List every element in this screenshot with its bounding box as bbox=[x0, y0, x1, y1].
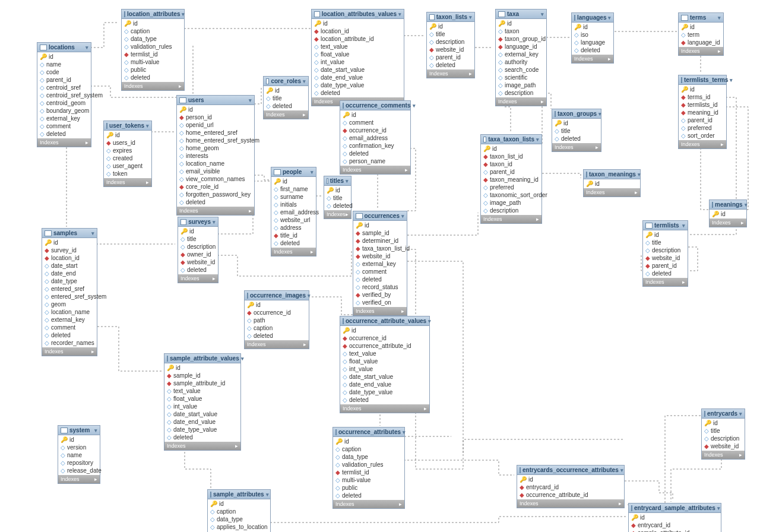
indexes-section[interactable]: Indexes▸ bbox=[324, 210, 351, 218]
indexes-section[interactable]: Indexes▸ bbox=[552, 143, 601, 151]
table-header[interactable]: surveys▾ bbox=[178, 217, 218, 227]
table-titles[interactable]: titles▾🔑id◇title◇deletedIndexes▸ bbox=[324, 176, 352, 219]
column-id[interactable]: 🔑id bbox=[555, 119, 598, 127]
column-deleted[interactable]: ◇deleted bbox=[314, 89, 401, 97]
column-id[interactable]: 🔑id bbox=[681, 23, 721, 31]
column-sort_order[interactable]: ◇sort_order bbox=[681, 132, 724, 140]
dropdown-icon[interactable]: ▾ bbox=[469, 14, 472, 20]
column-name[interactable]: ◇name bbox=[61, 451, 97, 459]
dropdown-icon[interactable]: ▾ bbox=[213, 219, 216, 225]
column-applies_to_location[interactable]: ◇applies_to_location bbox=[210, 523, 268, 531]
column-id[interactable]: 🔑id bbox=[520, 476, 622, 483]
column-id[interactable]: 🔑id bbox=[343, 327, 427, 334]
column-path[interactable]: ◇path bbox=[247, 316, 306, 324]
column-data_type[interactable]: ◇data_type bbox=[210, 515, 268, 523]
column-date_type_value[interactable]: ◇date_type_value bbox=[314, 81, 401, 89]
column-id[interactable]: 🔑id bbox=[586, 180, 638, 188]
column-external_key[interactable]: ◇external_key bbox=[45, 316, 94, 324]
column-title[interactable]: ◇title bbox=[266, 94, 306, 102]
table-samples[interactable]: samples▾🔑id◆survey_id◆location_id◇date_s… bbox=[42, 228, 97, 356]
column-image_path[interactable]: ◇image_path bbox=[483, 199, 539, 207]
column-entered_sref[interactable]: ◇entered_sref bbox=[45, 285, 94, 293]
column-title[interactable]: ◇title bbox=[645, 239, 685, 246]
table-header[interactable]: occurrence_comments▾ bbox=[340, 101, 410, 110]
column-created[interactable]: ◇created bbox=[106, 154, 149, 162]
indexes-section[interactable]: Indexes▸ bbox=[333, 500, 404, 508]
column-date_start_value[interactable]: ◇date_start_value bbox=[167, 410, 238, 418]
dropdown-icon[interactable]: ▾ bbox=[682, 223, 685, 229]
column-sample_id[interactable]: ◆sample_id bbox=[356, 229, 404, 237]
column-centroid_sref_system[interactable]: ◇centroid_sref_system bbox=[40, 91, 88, 99]
column-deleted[interactable]: ◇deleted bbox=[356, 276, 404, 283]
column-taxon[interactable]: ◇taxon bbox=[498, 27, 544, 35]
table-header[interactable]: location_attributes▾ bbox=[122, 10, 184, 19]
column-id[interactable]: 🔑id bbox=[645, 231, 685, 239]
indexes-section[interactable]: Indexes▸ bbox=[271, 248, 316, 256]
column-occurrence_id[interactable]: ◆occurrence_id bbox=[247, 309, 306, 316]
column-id[interactable]: 🔑id bbox=[167, 364, 238, 372]
table-entrycard_sample_attributes[interactable]: entrycard_sample_attributes▾🔑id◆entrycar… bbox=[628, 503, 721, 532]
column-date_type_value[interactable]: ◇date_type_value bbox=[167, 426, 238, 433]
table-taxon_groups[interactable]: taxon_groups▾🔑id◇title◇deletedIndexes▸ bbox=[552, 109, 601, 152]
table-occurrence_comments[interactable]: occurrence_comments▾🔑id◇comment◆occurren… bbox=[340, 100, 411, 175]
column-website_id[interactable]: ◆website_id bbox=[180, 258, 216, 266]
table-header[interactable]: users▾ bbox=[177, 96, 254, 105]
column-repository[interactable]: ◇repository bbox=[61, 459, 97, 467]
column-openid_url[interactable]: ◇openid_url bbox=[179, 121, 252, 129]
table-header[interactable]: samples▾ bbox=[42, 229, 97, 238]
column-multi-value[interactable]: ◇multi-value bbox=[124, 58, 182, 66]
column-id[interactable]: 🔑id bbox=[327, 186, 349, 194]
column-deleted[interactable]: ◇deleted bbox=[167, 433, 238, 441]
column-id[interactable]: 🔑id bbox=[61, 436, 97, 444]
table-header[interactable]: meanings▾ bbox=[710, 200, 746, 210]
column-comment[interactable]: ◇comment bbox=[343, 119, 408, 126]
table-header[interactable]: entrycard_sample_attributes▾ bbox=[629, 504, 721, 513]
column-deleted[interactable]: ◇deleted bbox=[247, 332, 306, 340]
column-location_name[interactable]: ◇location_name bbox=[45, 308, 94, 316]
table-header[interactable]: sample_attribute_values▾ bbox=[164, 354, 240, 363]
column-id[interactable]: 🔑id bbox=[712, 210, 744, 218]
table-users[interactable]: users▾🔑id◆person_id◇openid_url◇home_ente… bbox=[176, 95, 255, 216]
column-id[interactable]: 🔑id bbox=[40, 53, 88, 61]
column-token[interactable]: ◇token bbox=[106, 170, 149, 178]
column-id[interactable]: 🔑id bbox=[210, 500, 268, 508]
column-term[interactable]: ◇term bbox=[681, 31, 721, 39]
dropdown-icon[interactable]: ▾ bbox=[346, 178, 349, 184]
table-system[interactable]: system▾🔑id◇version◇name◇repository◇relea… bbox=[58, 425, 100, 484]
table-languages[interactable]: languages▾🔑id◇iso◇language◇deletedIndexe… bbox=[571, 12, 614, 64]
dropdown-icon[interactable]: ▾ bbox=[266, 492, 269, 498]
table-occurrence_attributes[interactable]: occurrence_attributes▾🔑id◇caption◇data_t… bbox=[332, 427, 405, 509]
indexes-section[interactable]: Indexes▸ bbox=[58, 475, 100, 483]
column-comment[interactable]: ◇comment bbox=[356, 268, 404, 276]
indexes-section[interactable]: Indexes▸ bbox=[427, 69, 474, 78]
column-image_path[interactable]: ◇image_path bbox=[498, 81, 544, 89]
dropdown-icon[interactable]: ▾ bbox=[598, 111, 601, 117]
column-id[interactable]: 🔑id bbox=[106, 131, 149, 139]
column-caption[interactable]: ◇caption bbox=[210, 508, 268, 515]
column-id[interactable]: 🔑id bbox=[274, 178, 314, 185]
indexes-section[interactable]: Indexes▸ bbox=[104, 178, 151, 186]
column-home_entered_sref[interactable]: ◇home_entered_sref bbox=[179, 129, 252, 137]
column-address[interactable]: ◇address bbox=[274, 224, 314, 232]
column-text_value[interactable]: ◇text_value bbox=[167, 387, 238, 395]
dropdown-icon[interactable]: ▾ bbox=[311, 169, 314, 175]
column-email_address[interactable]: ◇email_address bbox=[274, 208, 314, 216]
column-id[interactable]: 🔑id bbox=[704, 419, 742, 427]
column-id[interactable]: 🔑id bbox=[45, 239, 94, 246]
table-taxa[interactable]: taxa▾🔑id◇taxon◆taxon_group_id◆language_i… bbox=[495, 9, 547, 106]
column-parent_id[interactable]: ◇parent_id bbox=[429, 53, 472, 61]
column-deleted[interactable]: ◇deleted bbox=[274, 239, 314, 247]
table-header[interactable]: occurrence_attributes▾ bbox=[333, 428, 404, 437]
column-description[interactable]: ◇description bbox=[483, 207, 539, 214]
dropdown-icon[interactable]: ▾ bbox=[91, 230, 94, 236]
indexes-section[interactable]: Indexes▸ bbox=[679, 47, 723, 55]
column-description[interactable]: ◇description bbox=[645, 246, 685, 254]
column-expires[interactable]: ◇expires bbox=[106, 147, 149, 154]
column-title_id[interactable]: ◆title_id bbox=[274, 232, 314, 239]
column-caption[interactable]: ◇caption bbox=[124, 27, 182, 35]
column-id[interactable]: 🔑id bbox=[124, 20, 182, 27]
column-caption[interactable]: ◇caption bbox=[335, 445, 402, 453]
column-parent_id[interactable]: ◇parent_id bbox=[40, 76, 88, 84]
column-public[interactable]: ◇public bbox=[124, 66, 182, 74]
column-description[interactable]: ◇description bbox=[704, 435, 742, 442]
